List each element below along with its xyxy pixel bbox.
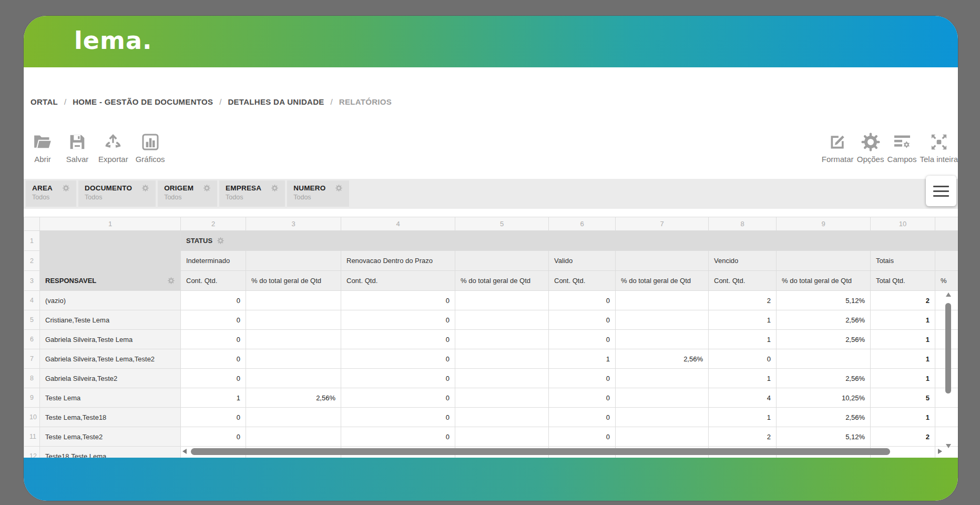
- pivot-cell[interactable]: 2: [709, 427, 777, 447]
- pivot-cell[interactable]: 0: [181, 330, 246, 349]
- row-label[interactable]: (vazio): [40, 291, 181, 310]
- pivot-cell[interactable]: 0: [181, 349, 246, 369]
- grid-menu-button[interactable]: [926, 176, 956, 206]
- pivot-cell[interactable]: 2,56%: [616, 349, 709, 369]
- row-label[interactable]: Gabriela Silveira,Teste Lema: [40, 330, 181, 349]
- vertical-scrollbar[interactable]: [945, 291, 952, 449]
- pivot-cell[interactable]: 0: [341, 330, 455, 349]
- vertical-scroll-thumb[interactable]: [945, 303, 951, 393]
- row-dimension-header[interactable]: RESPONSAVEL: [40, 271, 181, 291]
- filter-chip-origem[interactable]: ORIGEMTodos: [158, 180, 217, 207]
- pivot-cell[interactable]: 1: [871, 408, 935, 427]
- pivot-cell[interactable]: 1: [871, 330, 935, 349]
- pivot-cell[interactable]: 10,25%: [777, 388, 871, 408]
- measure-header[interactable]: %: [935, 271, 958, 291]
- pivot-cell[interactable]: [246, 291, 341, 310]
- pivot-cell[interactable]: 2: [871, 427, 935, 447]
- pivot-cell[interactable]: [777, 349, 871, 369]
- scroll-down-arrow[interactable]: [946, 444, 951, 448]
- pivot-cell[interactable]: 0: [341, 310, 455, 330]
- pivot-cell[interactable]: 2,56%: [777, 330, 871, 349]
- measure-header[interactable]: % do total geral de Qtd: [455, 271, 549, 291]
- gear-icon[interactable]: [62, 184, 70, 192]
- status-group-header[interactable]: Renovacao Dentro do Prazo: [341, 251, 455, 271]
- pivot-cell[interactable]: [616, 310, 709, 330]
- pivot-cell[interactable]: 5: [871, 388, 935, 408]
- toolbar-fullscreen-button[interactable]: Tela inteira: [920, 132, 958, 164]
- pivot-cell[interactable]: 1: [871, 310, 935, 330]
- pivot-cell[interactable]: [455, 349, 549, 369]
- pivot-cell[interactable]: 0: [549, 310, 616, 330]
- row-label[interactable]: Teste Lema: [40, 388, 181, 408]
- gear-icon[interactable]: [167, 277, 175, 285]
- measure-header[interactable]: % do total geral de Qtd: [246, 271, 341, 291]
- pivot-cell[interactable]: 1: [709, 369, 777, 388]
- row-label[interactable]: Cristiane,Teste Lema: [40, 310, 181, 330]
- pivot-cell[interactable]: 4: [709, 388, 777, 408]
- pivot-cell[interactable]: [616, 427, 709, 447]
- pivot-cell[interactable]: 1: [871, 349, 935, 369]
- pivot-cell[interactable]: [455, 427, 549, 447]
- scroll-up-arrow[interactable]: [946, 292, 951, 297]
- status-group-header[interactable]: Valido: [549, 251, 616, 271]
- pivot-cell[interactable]: 0: [549, 369, 616, 388]
- pivot-cell[interactable]: 0: [181, 427, 246, 447]
- scroll-right-arrow[interactable]: [938, 449, 942, 454]
- pivot-cell[interactable]: [455, 408, 549, 427]
- status-group-header[interactable]: Indeterminado: [181, 251, 246, 271]
- pivot-cell[interactable]: 1: [709, 310, 777, 330]
- pivot-cell[interactable]: 1: [871, 369, 935, 388]
- pivot-cell[interactable]: [616, 388, 709, 408]
- toolbar-charts-button[interactable]: Gráficos: [136, 132, 165, 164]
- gear-icon[interactable]: [141, 184, 149, 192]
- row-label[interactable]: Teste18,Teste Lema: [40, 447, 181, 458]
- pivot-cell[interactable]: 0: [341, 369, 455, 388]
- toolbar-save-button[interactable]: Salvar: [64, 132, 91, 164]
- horizontal-scrollbar[interactable]: [182, 448, 942, 456]
- filter-chip-empresa[interactable]: EMPRESATodos: [219, 180, 285, 207]
- pivot-cell[interactable]: 2,56%: [777, 369, 871, 388]
- toolbar-fields-button[interactable]: Campos: [887, 132, 917, 164]
- pivot-cell[interactable]: 2,56%: [777, 310, 871, 330]
- status-column-header[interactable]: STATUS: [181, 231, 958, 251]
- pivot-cell[interactable]: [616, 291, 709, 310]
- gear-icon[interactable]: [217, 237, 224, 245]
- filter-chip-numero[interactable]: NUMEROTodos: [287, 180, 349, 207]
- filter-chip-documento[interactable]: DOCUMENTOTodos: [78, 180, 156, 207]
- gear-icon[interactable]: [203, 184, 211, 192]
- pivot-cell[interactable]: 0: [341, 427, 455, 447]
- measure-header[interactable]: Cont. Qtd.: [709, 271, 777, 291]
- gear-icon[interactable]: [335, 184, 343, 192]
- pivot-cell[interactable]: 0: [549, 427, 616, 447]
- pivot-cell[interactable]: 2: [871, 291, 935, 310]
- breadcrumb-item-ortal[interactable]: ORTAL: [30, 97, 58, 106]
- pivot-cell[interactable]: [246, 369, 341, 388]
- pivot-cell[interactable]: 0: [549, 388, 616, 408]
- pivot-cell[interactable]: 0: [549, 330, 616, 349]
- row-label[interactable]: Teste Lema,Teste18: [40, 408, 181, 427]
- pivot-cell[interactable]: 0: [181, 310, 246, 330]
- pivot-cell[interactable]: 0: [341, 408, 455, 427]
- horizontal-scroll-thumb[interactable]: [191, 448, 890, 455]
- pivot-cell[interactable]: 5,12%: [777, 427, 871, 447]
- pivot-cell[interactable]: [246, 330, 341, 349]
- filter-chip-area[interactable]: AREATodos: [26, 180, 76, 207]
- pivot-cell[interactable]: 1: [709, 408, 777, 427]
- toolbar-format-button[interactable]: Formatar: [822, 132, 854, 164]
- measure-header[interactable]: % do total geral de Qtd: [777, 271, 871, 291]
- scroll-left-arrow[interactable]: [182, 449, 187, 454]
- pivot-cell[interactable]: [246, 349, 341, 369]
- toolbar-open-button[interactable]: Abrir: [29, 132, 56, 164]
- row-label[interactable]: Gabriela Silveira,Teste Lema,Teste2: [40, 349, 181, 369]
- measure-header[interactable]: Cont. Qtd.: [181, 271, 246, 291]
- pivot-cell[interactable]: [246, 427, 341, 447]
- gear-icon[interactable]: [271, 184, 279, 192]
- toolbar-export-button[interactable]: Exportar: [98, 132, 128, 164]
- row-label[interactable]: Teste Lema,Teste2: [40, 427, 181, 447]
- pivot-cell[interactable]: [455, 310, 549, 330]
- pivot-cell[interactable]: 1: [709, 330, 777, 349]
- status-group-header[interactable]: Vencido: [709, 251, 777, 271]
- status-group-header[interactable]: Totais: [871, 251, 935, 271]
- row-label[interactable]: Gabriela Silveira,Teste2: [40, 369, 181, 388]
- pivot-cell[interactable]: 0: [181, 291, 246, 310]
